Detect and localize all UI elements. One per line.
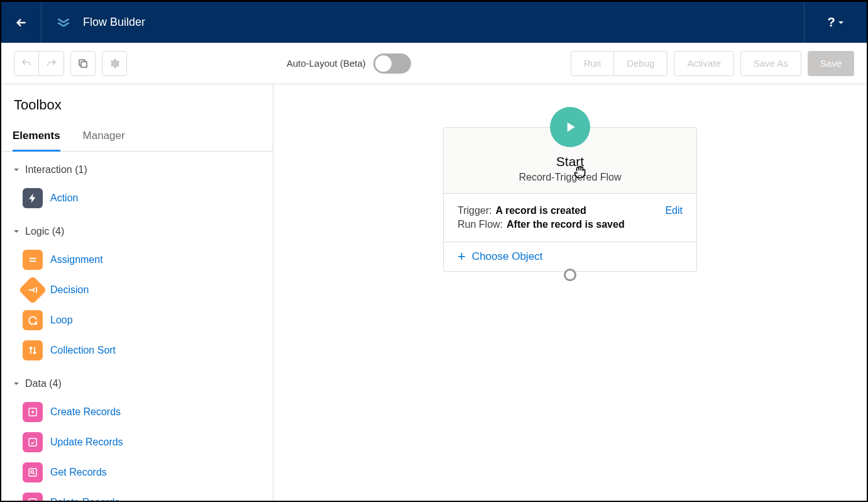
redo-button[interactable] [39, 52, 63, 75]
assignment-icon [23, 250, 43, 270]
plus-icon: + [458, 250, 466, 264]
choose-object-button[interactable]: + Choose Object [444, 242, 696, 271]
action-icon [23, 188, 43, 208]
chevron-down-icon [13, 380, 20, 388]
toolbox-tabs: Elements Manager [1, 123, 273, 152]
edit-trigger-link[interactable]: Edit [665, 205, 683, 216]
redo-icon [46, 58, 57, 69]
copy-icon [77, 58, 89, 69]
undo-button[interactable] [14, 52, 39, 75]
sort-icon [23, 340, 43, 360]
element-delete-records[interactable]: Delete Records [23, 488, 261, 501]
debug-button[interactable]: Debug [614, 52, 667, 75]
toggle-knob [375, 55, 392, 72]
element-loop[interactable]: Loop [23, 305, 261, 335]
element-label: Update Records [50, 437, 123, 448]
run-debug-group: Run Debug [571, 51, 668, 76]
element-assignment[interactable]: Assignment [23, 245, 261, 275]
group-header-interaction[interactable]: Interaction (1) [13, 160, 261, 179]
runflow-label: Run Flow: [458, 219, 503, 230]
undo-icon [21, 58, 32, 69]
start-title: Start [456, 154, 684, 169]
group-label: Interaction (1) [25, 164, 87, 176]
runflow-value: After the record is saved [507, 219, 625, 230]
element-label: Create Records [50, 406, 121, 418]
group-label: Data (4) [25, 378, 62, 389]
delete-records-icon [23, 493, 43, 501]
arrow-left-icon [14, 16, 28, 30]
undo-redo-group [14, 51, 64, 76]
chevron-down-icon [13, 166, 20, 174]
back-button[interactable] [1, 2, 41, 43]
flow-canvas[interactable]: Start Record-Triggered Flow Trigger: A r… [273, 84, 867, 501]
tab-elements[interactable]: Elements [13, 123, 60, 152]
element-label: Decision [50, 284, 89, 296]
group-header-data[interactable]: Data (4) [13, 374, 261, 393]
start-card-body: Trigger: A record is created Edit Run Fl… [444, 194, 696, 242]
element-label: Delete Records [50, 497, 119, 501]
group-label: Logic (4) [25, 226, 64, 237]
element-get-records[interactable]: Get Records [23, 457, 261, 488]
save-button[interactable]: Save [808, 51, 854, 76]
main-area: Toolbox Elements Manager Interaction (1)… [1, 84, 867, 501]
toolbox-title: Toolbox [1, 84, 273, 123]
choose-object-label: Choose Object [472, 250, 542, 263]
start-node[interactable] [550, 107, 590, 147]
svg-rect-5 [29, 499, 36, 501]
trigger-label: Trigger: [458, 205, 492, 216]
svg-rect-3 [29, 469, 36, 476]
toolbar: Auto-Layout (Beta) Run Debug Activate Sa… [1, 43, 867, 84]
update-records-icon [23, 432, 43, 452]
element-create-records[interactable]: Create Records [23, 397, 261, 427]
element-label: Assignment [50, 254, 103, 265]
element-action[interactable]: Action [23, 183, 261, 213]
group-interaction: Interaction (1) Action [1, 152, 273, 213]
grab-cursor-icon [572, 164, 588, 180]
copy-button[interactable] [70, 51, 96, 76]
activate-button[interactable]: Activate [674, 51, 733, 76]
element-label: Get Records [50, 467, 107, 478]
group-logic: Logic (4) Assignment Decision [1, 213, 273, 365]
help-icon: ? [827, 15, 835, 30]
element-label: Loop [50, 315, 73, 326]
flow-icon [57, 15, 72, 30]
group-data: Data (4) Create Records Update Records [1, 365, 273, 501]
svg-rect-0 [81, 62, 87, 67]
tab-manager[interactable]: Manager [83, 123, 125, 151]
app-header: Flow Builder ? [1, 1, 867, 43]
app-logo-area: Flow Builder [41, 2, 151, 43]
auto-layout-toggle[interactable] [373, 53, 411, 74]
chevron-down-icon [13, 228, 20, 235]
toolbox-sidebar: Toolbox Elements Manager Interaction (1)… [1, 84, 273, 501]
save-as-button[interactable]: Save As [740, 51, 801, 76]
element-label: Collection Sort [50, 345, 116, 356]
loop-icon [23, 310, 43, 330]
auto-layout-label: Auto-Layout (Beta) [287, 58, 366, 69]
settings-button[interactable] [102, 51, 127, 76]
run-button[interactable]: Run [571, 52, 615, 75]
get-records-icon [23, 462, 43, 482]
app-title: Flow Builder [83, 16, 145, 29]
group-header-logic[interactable]: Logic (4) [13, 222, 261, 241]
decision-icon [18, 276, 47, 304]
help-menu[interactable]: ? [804, 2, 867, 43]
start-subtitle: Record-Triggered Flow [456, 172, 684, 183]
play-icon [562, 119, 578, 135]
caret-down-icon [838, 20, 844, 26]
gear-icon [109, 58, 120, 69]
create-records-icon [23, 402, 43, 422]
element-decision[interactable]: Decision [23, 275, 261, 305]
connector-endpoint[interactable] [564, 269, 576, 281]
svg-rect-2 [29, 438, 36, 446]
trigger-value: A record is created [496, 205, 586, 216]
element-update-records[interactable]: Update Records [23, 427, 261, 457]
start-card: Start Record-Triggered Flow Trigger: A r… [443, 127, 697, 272]
element-collection-sort[interactable]: Collection Sort [23, 335, 261, 365]
element-label: Action [50, 192, 78, 204]
